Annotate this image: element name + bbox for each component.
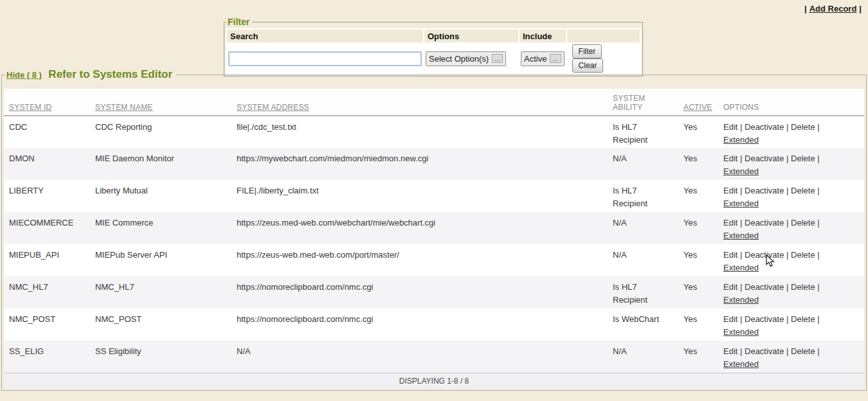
filter-legend: Filter bbox=[226, 17, 252, 27]
delete-link[interactable]: Delete bbox=[791, 186, 815, 195]
separator: | bbox=[804, 4, 807, 13]
delete-link[interactable]: Delete bbox=[791, 122, 815, 132]
table-row: LIBERTYLiberty MutualFILE|./liberty_clai… bbox=[4, 180, 864, 212]
cell-options: Edit | Deactivate | Delete | Extended bbox=[718, 116, 864, 148]
options-select-button[interactable]: Select Option(s) ... bbox=[426, 51, 506, 66]
separator: | bbox=[859, 4, 862, 13]
deactivate-link[interactable]: Deactivate bbox=[745, 122, 784, 132]
include-select-button[interactable]: Active ... bbox=[521, 51, 565, 66]
cell-active: Yes bbox=[678, 308, 718, 341]
include-select-label: Active bbox=[524, 54, 547, 64]
column-header-system-id[interactable]: SYSTEM ID bbox=[4, 89, 90, 116]
delete-link[interactable]: Delete bbox=[791, 346, 815, 356]
cell-name: MIE Commerce bbox=[90, 212, 231, 244]
edit-link[interactable]: Edit bbox=[723, 314, 737, 324]
extended-link[interactable]: Extended bbox=[723, 199, 759, 208]
cell-options: Edit | Deactivate | Delete | Extended bbox=[718, 341, 864, 373]
cell-options: Edit | Deactivate | Delete | Extended bbox=[718, 148, 864, 180]
cell-address: https://nomoreclipboard.com/nmc.cgi bbox=[231, 276, 608, 308]
cell-id: NMC_POST bbox=[4, 308, 90, 341]
cell-options: Edit | Deactivate | Delete | Extended bbox=[718, 276, 864, 308]
delete-link[interactable]: Delete bbox=[791, 218, 815, 227]
topbar: |Add Record| bbox=[804, 4, 862, 13]
cell-ability: Is HL7 Recipient bbox=[608, 116, 678, 148]
cell-id: MIEPUB_API bbox=[4, 244, 90, 276]
cell-id: LIBERTY bbox=[4, 180, 90, 212]
cell-id: DMON bbox=[4, 148, 90, 180]
edit-link[interactable]: Edit bbox=[723, 154, 737, 163]
extended-link[interactable]: Extended bbox=[723, 263, 759, 272]
filter-col-blank bbox=[567, 30, 640, 42]
column-header-active[interactable]: ACTIVE bbox=[678, 89, 718, 116]
table-footer-row: DISPLAYING 1-8 / 8 bbox=[4, 373, 864, 389]
extended-link[interactable]: Extended bbox=[723, 295, 759, 305]
section-legend: Hide ( 8 ) Refer to Systems Editor bbox=[5, 68, 176, 81]
cell-name: Liberty Mutual bbox=[90, 180, 231, 212]
delete-link[interactable]: Delete bbox=[791, 282, 815, 292]
column-header-system-name[interactable]: SYSTEM NAME bbox=[90, 89, 231, 116]
delete-link[interactable]: Delete bbox=[791, 250, 815, 260]
ellipsis-icon: ... bbox=[492, 54, 503, 63]
cell-id: MIECOMMERCE bbox=[4, 212, 90, 244]
table-header-row: SYSTEM IDSYSTEM NAMESYSTEM ADDRESSSYSTEM… bbox=[4, 89, 864, 116]
filter-button[interactable]: Filter bbox=[572, 44, 602, 58]
page: |Add Record| Filter Search Options Inclu… bbox=[0, 0, 868, 401]
cell-active: Yes bbox=[678, 148, 718, 180]
paging-status: DISPLAYING 1-8 / 8 bbox=[4, 373, 864, 389]
cell-active: Yes bbox=[678, 341, 718, 373]
cell-ability: Is WebChart bbox=[608, 308, 678, 341]
deactivate-link[interactable]: Deactivate bbox=[745, 154, 784, 163]
table-row: MIECOMMERCEMIE Commercehttps://zeus.med-… bbox=[4, 212, 864, 244]
cell-name: SS Eligibility bbox=[90, 341, 231, 373]
filter-col-options: Options bbox=[424, 30, 518, 42]
cell-name: MIE Daemon Monitor bbox=[90, 148, 231, 180]
cell-ability: Is HL7 Recipient bbox=[608, 180, 678, 212]
edit-link[interactable]: Edit bbox=[723, 122, 737, 132]
cell-ability: N/A bbox=[608, 341, 678, 373]
cell-options: Edit | Deactivate | Delete | Extended bbox=[718, 244, 864, 276]
delete-link[interactable]: Delete bbox=[791, 154, 815, 163]
filter-col-search: Search bbox=[227, 30, 423, 42]
extended-link[interactable]: Extended bbox=[723, 135, 759, 145]
edit-link[interactable]: Edit bbox=[723, 282, 737, 292]
search-input[interactable] bbox=[228, 51, 422, 66]
deactivate-link[interactable]: Deactivate bbox=[745, 314, 784, 324]
extended-link[interactable]: Extended bbox=[723, 327, 759, 337]
deactivate-link[interactable]: Deactivate bbox=[745, 282, 784, 292]
cell-address: https://zeus-web.med-web.com/port/master… bbox=[231, 244, 608, 276]
cell-active: Yes bbox=[678, 244, 718, 276]
extended-link[interactable]: Extended bbox=[723, 231, 759, 240]
filter-col-include: Include bbox=[520, 30, 566, 42]
cell-active: Yes bbox=[678, 180, 718, 212]
deactivate-link[interactable]: Deactivate bbox=[745, 250, 784, 260]
cell-options: Edit | Deactivate | Delete | Extended bbox=[718, 308, 864, 341]
hide-link[interactable]: Hide ( 8 ) bbox=[6, 70, 42, 80]
table-row: CDCCDC Reportingfile|./cdc_test.txtIs HL… bbox=[4, 116, 864, 148]
cell-active: Yes bbox=[678, 276, 718, 308]
deactivate-link[interactable]: Deactivate bbox=[745, 186, 784, 195]
cell-id: NMC_HL7 bbox=[4, 276, 90, 308]
cell-name: CDC Reporting bbox=[90, 116, 231, 148]
table-row: DMONMIE Daemon Monitorhttps://mywebchart… bbox=[4, 148, 864, 180]
cell-address: N/A bbox=[231, 341, 608, 373]
cell-id: SS_ELIG bbox=[4, 341, 90, 373]
extended-link[interactable]: Extended bbox=[723, 359, 759, 369]
options-select-label: Select Option(s) bbox=[429, 54, 489, 64]
edit-link[interactable]: Edit bbox=[723, 250, 737, 260]
edit-link[interactable]: Edit bbox=[723, 186, 737, 195]
extended-link[interactable]: Extended bbox=[723, 166, 759, 176]
column-header-system-address[interactable]: SYSTEM ADDRESS bbox=[231, 89, 608, 116]
add-record-link[interactable]: Add Record bbox=[809, 4, 857, 13]
cell-name: MIEPub Server API bbox=[90, 244, 231, 276]
table-row: NMC_POSTNMC_POSThttps://nomoreclipboard.… bbox=[4, 308, 864, 341]
edit-link[interactable]: Edit bbox=[723, 346, 737, 356]
cell-ability: N/A bbox=[608, 212, 678, 244]
deactivate-link[interactable]: Deactivate bbox=[745, 346, 784, 356]
cell-address: https://zeus.med-web.com/webchart/mie/we… bbox=[231, 212, 608, 244]
ellipsis-icon: ... bbox=[550, 54, 561, 63]
table-row: SS_ELIGSS EligibilityN/AN/AYesEdit | Dea… bbox=[4, 341, 864, 373]
delete-link[interactable]: Delete bbox=[791, 314, 815, 324]
cell-address: https://nomoreclipboard.com/nmc.cgi bbox=[231, 308, 608, 341]
deactivate-link[interactable]: Deactivate bbox=[745, 218, 784, 227]
edit-link[interactable]: Edit bbox=[723, 218, 737, 227]
